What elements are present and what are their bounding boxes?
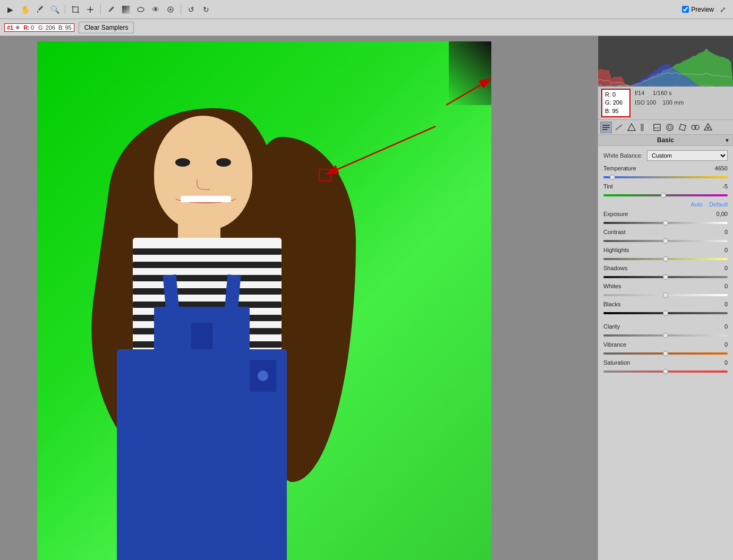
fullscreen-btn[interactable]: ⤢ xyxy=(717,4,729,15)
blacks-header: Blacks 0 xyxy=(603,301,728,307)
rgb-r-label: R: xyxy=(605,91,611,98)
separator-3 xyxy=(181,4,181,15)
b-label: B: xyxy=(58,24,64,31)
expand-icon[interactable]: ▼ xyxy=(725,137,730,143)
svg-point-6 xyxy=(169,8,172,11)
svg-point-19 xyxy=(668,126,671,129)
clear-samplers-button[interactable]: Clear Samplers xyxy=(79,22,134,33)
history-back[interactable]: ↺ xyxy=(185,4,197,15)
vibrance-slider[interactable] xyxy=(603,352,728,355)
detail-icon[interactable] xyxy=(651,122,663,133)
rgb-r-value: 0 xyxy=(612,91,616,98)
sampler-icon: ⊕ xyxy=(15,24,20,30)
gradient-tool[interactable] xyxy=(120,4,132,15)
basic-section-header: Basic ▼ xyxy=(598,135,733,146)
camera-calibration-icon[interactable] xyxy=(702,122,714,133)
shadows-row: Shadows 0 xyxy=(603,265,728,280)
transform-icon[interactable] xyxy=(677,122,688,133)
aperture-value: f/14 xyxy=(635,90,644,96)
effects-icon[interactable] xyxy=(689,122,701,133)
exposure-slider[interactable] xyxy=(603,222,728,224)
r-label: R: xyxy=(23,24,30,31)
overalls xyxy=(117,349,287,560)
stripe-3 xyxy=(133,275,282,281)
stripe-4 xyxy=(133,288,282,295)
preview-checkbox[interactable] xyxy=(682,6,689,13)
camera-aperture-shutter: f/14 1/160 s xyxy=(635,89,684,98)
adjustment-controls: White Balance: Custom As Shot Auto Dayli… xyxy=(598,146,733,560)
separator-2 xyxy=(100,4,101,15)
saturation-slider[interactable] xyxy=(603,371,728,373)
eyedropper-tool[interactable] xyxy=(34,4,46,15)
crop-tool[interactable] xyxy=(70,4,81,15)
blacks-label: Blacks xyxy=(603,301,620,307)
auto-link[interactable]: Auto xyxy=(691,201,703,208)
svg-point-23 xyxy=(707,127,709,129)
separator-1 xyxy=(65,4,65,15)
white-balance-select[interactable]: Custom As Shot Auto Daylight Cloudy Shad… xyxy=(647,150,728,161)
pocket-button xyxy=(258,371,268,381)
whites-slider[interactable] xyxy=(603,294,728,296)
camera-metadata: f/14 1/160 s ISO 100 100 mm xyxy=(635,89,684,107)
hsl-icon[interactable] xyxy=(626,122,637,133)
svg-rect-15 xyxy=(645,124,648,131)
svg-rect-11 xyxy=(602,127,610,128)
red-eye-tool[interactable]: 👁 xyxy=(150,4,161,15)
clarity-slider[interactable] xyxy=(603,334,728,337)
temperature-slider[interactable] xyxy=(603,176,728,178)
split-toning-icon[interactable] xyxy=(638,122,650,133)
dark-corner xyxy=(449,41,491,105)
bib-pocket xyxy=(191,323,212,349)
arrow-tool[interactable]: ▶ xyxy=(4,4,16,15)
iso-value: ISO 100 xyxy=(635,99,656,106)
temperature-label: Temperature xyxy=(603,165,636,171)
highlights-header: Highlights 0 xyxy=(603,247,728,253)
canvas-area[interactable]: ⊕ 1 xyxy=(0,36,598,560)
highlights-slider[interactable] xyxy=(603,258,728,260)
brush-tool[interactable] xyxy=(105,4,117,15)
basic-panel-icon[interactable] xyxy=(600,122,612,133)
history-forward[interactable]: ↻ xyxy=(200,4,212,15)
straighten-tool[interactable] xyxy=(84,4,96,15)
adjustment-brush[interactable] xyxy=(165,4,176,15)
rgb-b-label: B: xyxy=(605,108,610,114)
sampler-number: #1 xyxy=(7,24,13,31)
tone-curve-icon[interactable] xyxy=(613,122,625,133)
bib xyxy=(154,307,250,360)
blacks-slider[interactable] xyxy=(603,312,728,314)
rgb-b-row: B: 95 xyxy=(605,107,627,115)
shadows-slider[interactable] xyxy=(603,276,728,278)
clarity-label: Clarity xyxy=(603,323,620,330)
clarity-row: Clarity 0 xyxy=(603,323,728,338)
basic-section-label: Basic xyxy=(657,136,674,144)
right-panel: R: 0 G: 206 B: 95 f/14 1/160 s xyxy=(598,36,733,560)
contrast-header: Contrast 0 xyxy=(603,229,728,235)
lens-corrections-icon[interactable] xyxy=(664,122,676,133)
preview-label: Preview xyxy=(691,6,714,13)
tint-slider[interactable] xyxy=(603,194,728,196)
hand-tool[interactable]: ✋ xyxy=(19,4,31,15)
main-toolbar: ▶ ✋ 🔍 👁 xyxy=(0,0,733,19)
tint-row: Tint -5 xyxy=(603,183,728,198)
highlights-row: Highlights 0 xyxy=(603,247,728,262)
left-eye xyxy=(175,158,190,167)
camera-info-bar: R: 0 G: 206 B: 95 f/14 1/160 s xyxy=(598,87,733,120)
zoom-tool[interactable]: 🔍 xyxy=(49,4,61,15)
g-value: 206 xyxy=(46,24,55,31)
preview-area: Preview ⤢ xyxy=(682,4,729,15)
shutter-value: 1/160 s xyxy=(653,90,672,96)
contrast-slider[interactable] xyxy=(603,240,728,242)
b-value: 95 xyxy=(65,24,71,31)
svg-point-4 xyxy=(138,7,144,12)
blacks-value: 0 xyxy=(712,301,728,307)
stripe-2 xyxy=(133,262,282,268)
svg-rect-20 xyxy=(679,124,686,131)
highlights-label: Highlights xyxy=(603,247,629,253)
svg-point-18 xyxy=(667,124,673,131)
head xyxy=(154,116,252,230)
whites-row: Whites 0 xyxy=(603,283,728,298)
default-link[interactable]: Default xyxy=(709,201,728,208)
histogram xyxy=(598,36,733,87)
radial-tool[interactable] xyxy=(135,4,147,15)
svg-point-22 xyxy=(695,125,699,130)
